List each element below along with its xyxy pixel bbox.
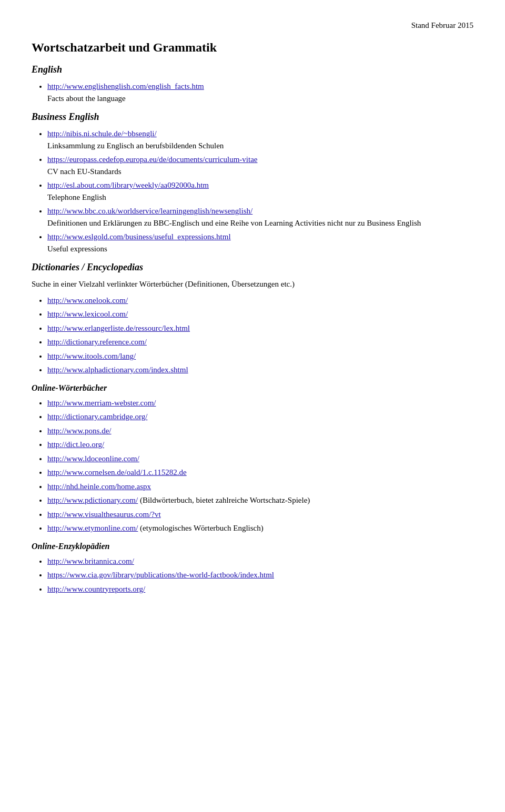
section-business-english-heading: Business English — [32, 111, 473, 123]
link-etymonline[interactable]: http://www.etymonline.com/ — [47, 524, 138, 532]
list-item: http://dict.leo.org/ — [47, 439, 473, 451]
link-alphadictionary[interactable]: http://www.alphadictionary.com/index.sht… — [47, 366, 188, 374]
link-pdictionary[interactable]: http://www.pdictionary.com/ — [47, 496, 138, 504]
section-business-english: Business English http://nibis.ni.schule.… — [32, 111, 473, 255]
link-itools[interactable]: http://www.itools.com/lang/ — [47, 352, 136, 360]
list-item: http://nhd.heinle.com/home.aspx — [47, 481, 473, 493]
list-item: http://www.merriam-webster.com/ — [47, 397, 473, 409]
list-item: http://www.erlangerliste.de/ressourc/lex… — [47, 322, 473, 334]
link-heinle[interactable]: http://nhd.heinle.com/home.aspx — [47, 482, 151, 491]
link-dictionary-reference[interactable]: http://dictionary.reference.com/ — [47, 338, 147, 346]
list-item: http://esl.about.com/library/weekly/aa09… — [47, 179, 473, 203]
list-item: http://www.ldoceonline.com/ — [47, 453, 473, 465]
item-desc: CV nach EU-Standards — [47, 167, 122, 176]
section-online-enzyklopaedien-list: http://www.britannica.com/ https://www.c… — [47, 555, 473, 595]
link-merriam-webster[interactable]: http://www.merriam-webster.com/ — [47, 399, 156, 407]
list-item: http://www.englishenglish.com/english_fa… — [47, 80, 473, 104]
list-item: http://www.lexicool.com/ — [47, 308, 473, 320]
section-dictionaries-list: http://www.onelook.com/ http://www.lexic… — [47, 295, 473, 376]
section-online-woerterbuecher: Online-Wörterbücher http://www.merriam-w… — [32, 383, 473, 534]
link-leo[interactable]: http://dict.leo.org/ — [47, 440, 104, 449]
item-desc: Linksammlung zu Englisch an berufsbilden… — [47, 141, 224, 150]
link-cornelsen[interactable]: http://www.cornelsen.de/oald/1.c.115282.… — [47, 468, 187, 476]
link-ldoceonline[interactable]: http://www.ldoceonline.com/ — [47, 454, 139, 463]
list-item: http://www.cornelsen.de/oald/1.c.115282.… — [47, 466, 473, 479]
item-desc: (Bildwörterbuch, bietet zahlreiche Worts… — [140, 496, 310, 504]
item-desc: Useful expressions — [47, 245, 107, 253]
list-item: http://www.pdictionary.com/ (Bildwörterb… — [47, 494, 473, 506]
list-item: http://www.countryreports.org/ — [47, 583, 473, 595]
list-item: http://www.itools.com/lang/ — [47, 350, 473, 362]
list-item: http://nibis.ni.schule.de/~bbsengli/ Lin… — [47, 128, 473, 151]
link-esl-about[interactable]: http://esl.about.com/library/weekly/aa09… — [47, 181, 209, 189]
link-europass[interactable]: https://europass.cedefop.europa.eu/de/do… — [47, 155, 257, 164]
link-erlangerliste[interactable]: http://www.erlangerliste.de/ressourc/lex… — [47, 324, 190, 332]
section-english-heading: English — [32, 64, 473, 75]
link-bbc[interactable]: http://www.bbc.co.uk/worldservice/learni… — [47, 207, 252, 215]
item-desc: (etymologisches Wörterbuch Englisch) — [140, 524, 264, 532]
item-desc: Facts about the language — [47, 94, 126, 103]
list-item: http://www.eslgold.com/business/useful_e… — [47, 231, 473, 255]
link-englishenglish[interactable]: http://www.englishenglish.com/english_fa… — [47, 82, 204, 90]
section-dictionaries-heading: Dictionaries / Encyclopedias — [32, 262, 473, 273]
link-pons[interactable]: http://www.pons.de/ — [47, 427, 112, 435]
link-cambridge[interactable]: http://dictionary.cambridge.org/ — [47, 412, 147, 421]
list-item: http://www.bbc.co.uk/worldservice/learni… — [47, 205, 473, 229]
section-online-enzyklopaedien: Online-Enzyklopädien http://www.britanni… — [32, 542, 473, 595]
link-countryreports[interactable]: http://www.countryreports.org/ — [47, 585, 145, 593]
section-business-english-list: http://nibis.ni.schule.de/~bbsengli/ Lin… — [47, 128, 473, 255]
section-dictionaries: Dictionaries / Encyclopedias Suche in ei… — [32, 262, 473, 376]
list-item: http://www.onelook.com/ — [47, 295, 473, 307]
link-nibis[interactable]: http://nibis.ni.schule.de/~bbsengli/ — [47, 129, 157, 138]
section-online-woerterbuecher-heading: Online-Wörterbücher — [32, 383, 473, 393]
item-desc: Telephone English — [47, 193, 106, 201]
item-desc: Definitionen und Erklärungen zu BBC-Engl… — [47, 219, 421, 227]
link-lexicool[interactable]: http://www.lexicool.com/ — [47, 310, 128, 318]
section-english: English http://www.englishenglish.com/en… — [32, 64, 473, 104]
list-item: http://www.visualthesaurus.com/?vt — [47, 509, 473, 521]
list-item: http://www.etymonline.com/ (etymologisch… — [47, 522, 473, 534]
dictionaries-intro: Suche in einer Vielzahl verlinkter Wörte… — [32, 278, 473, 290]
link-eslgold[interactable]: http://www.eslgold.com/business/useful_e… — [47, 232, 231, 241]
list-item: https://www.cia.gov/library/publications… — [47, 569, 473, 581]
list-item: http://dictionary.reference.com/ — [47, 336, 473, 348]
list-item: http://www.pons.de/ — [47, 425, 473, 437]
link-onelook[interactable]: http://www.onelook.com/ — [47, 296, 128, 304]
link-visualthesaurus[interactable]: http://www.visualthesaurus.com/?vt — [47, 510, 161, 519]
section-online-enzyklopaedien-heading: Online-Enzyklopädien — [32, 542, 473, 551]
list-item: http://www.alphadictionary.com/index.sht… — [47, 364, 473, 376]
list-item: http://www.britannica.com/ — [47, 555, 473, 567]
link-cia-factbook[interactable]: https://www.cia.gov/library/publications… — [47, 571, 274, 579]
section-english-list: http://www.englishenglish.com/english_fa… — [47, 80, 473, 104]
list-item: https://europass.cedefop.europa.eu/de/do… — [47, 154, 473, 177]
list-item: http://dictionary.cambridge.org/ — [47, 411, 473, 423]
link-britannica[interactable]: http://www.britannica.com/ — [47, 557, 134, 565]
page-title: Wortschatzarbeit und Grammatik — [32, 40, 473, 55]
stand-label: Stand Februar 2015 — [32, 21, 473, 30]
section-online-woerterbuecher-list: http://www.merriam-webster.com/ http://d… — [47, 397, 473, 534]
